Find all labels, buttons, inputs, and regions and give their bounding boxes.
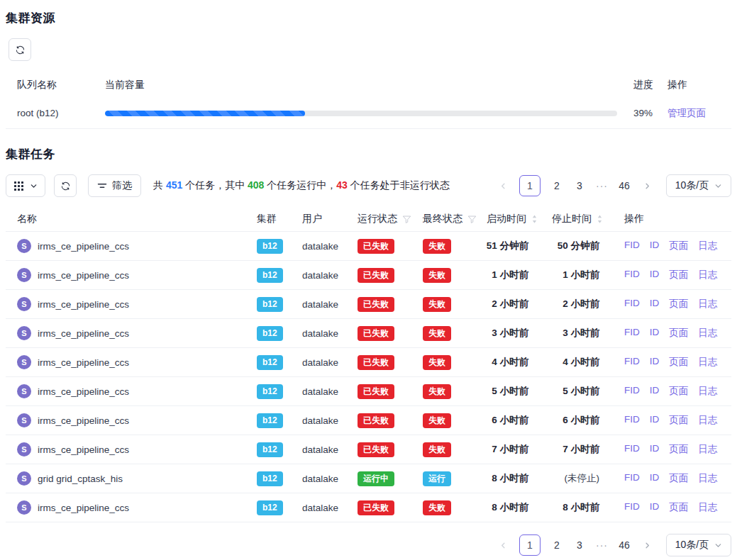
cluster-badge: b12 (257, 442, 283, 457)
id-link[interactable]: ID (650, 443, 660, 456)
summary-text: 共 (153, 179, 166, 191)
fid-link[interactable]: FID (624, 414, 640, 427)
prev-page-button[interactable] (497, 534, 509, 556)
stop-time: (未停止) (546, 472, 617, 485)
final-status-badge: 失败 (423, 297, 451, 312)
task-actions: FIDID页面日志 (617, 472, 731, 485)
avatar: S (17, 500, 31, 515)
fid-link[interactable]: FID (624, 385, 640, 398)
tasks-refresh-button[interactable] (54, 174, 77, 197)
log-link[interactable]: 日志 (698, 443, 717, 456)
page-link[interactable]: 页面 (669, 472, 688, 485)
page-link[interactable]: 页面 (669, 269, 688, 281)
log-link[interactable]: 日志 (698, 327, 717, 340)
summary-text: 个任务运行中， (264, 179, 336, 191)
resources-refresh-button[interactable] (9, 38, 31, 61)
page-button-46[interactable]: 46 (618, 534, 631, 556)
manage-page-link[interactable]: 管理页面 (667, 108, 706, 118)
queue-row: root (b12) 39% 管理页面 (6, 98, 731, 129)
log-link[interactable]: 日志 (698, 501, 717, 514)
page-link[interactable]: 页面 (669, 501, 688, 514)
log-link[interactable]: 日志 (698, 414, 717, 427)
page-button-3[interactable]: 3 (573, 534, 586, 556)
page-link[interactable]: 页面 (669, 327, 688, 340)
chevron-down-icon (30, 182, 38, 190)
next-page-button[interactable] (641, 175, 653, 196)
page-button-1[interactable]: 1 (519, 175, 541, 196)
final-status-badge: 运行 (423, 471, 451, 486)
id-link[interactable]: ID (650, 240, 660, 252)
fid-link[interactable]: FID (624, 443, 640, 456)
task-name: irms_ce_pipeline_ccs (38, 386, 129, 397)
task-row: S irms_ce_pipeline_ccs b12 datalake 已失败 … (6, 261, 731, 290)
id-link[interactable]: ID (650, 501, 660, 514)
fid-link[interactable]: FID (624, 472, 640, 485)
page-link[interactable]: 页面 (669, 414, 688, 427)
final-status-badge: 失败 (423, 326, 451, 341)
pagination: 123···46 10条/页 (497, 534, 731, 556)
prev-page-button[interactable] (497, 175, 509, 196)
next-page-button[interactable] (641, 534, 653, 556)
filter-funnel-icon[interactable] (467, 215, 477, 224)
start-time: 51 分钟前 (481, 240, 546, 252)
pagination-top: 123···46 10条/页 (497, 174, 731, 197)
page-link[interactable]: 页面 (669, 240, 688, 252)
col-start-time: 启动时间 (487, 213, 526, 225)
log-link[interactable]: 日志 (698, 356, 717, 369)
fid-link[interactable]: FID (624, 240, 640, 252)
capacity-progress-fill (105, 111, 305, 116)
id-link[interactable]: ID (650, 298, 660, 310)
run-status-badge: 已失败 (358, 500, 394, 515)
run-status-badge: 运行中 (358, 471, 394, 486)
id-link[interactable]: ID (650, 269, 660, 281)
task-name: irms_ce_pipeline_ccs (38, 415, 129, 426)
chevron-right-icon (643, 182, 651, 190)
id-link[interactable]: ID (650, 385, 660, 398)
start-time: 8 小时前 (481, 472, 546, 485)
page-size-select[interactable]: 10条/页 (666, 174, 731, 197)
sort-icon[interactable] (531, 213, 538, 225)
final-status-badge: 失败 (423, 355, 451, 370)
page-button-2[interactable]: 2 (550, 534, 563, 556)
page-link[interactable]: 页面 (669, 385, 688, 398)
page-button-3[interactable]: 3 (573, 175, 586, 196)
task-row: S irms_ce_pipeline_ccs b12 datalake 已失败 … (6, 290, 731, 319)
fid-link[interactable]: FID (624, 298, 640, 310)
page-button-2[interactable]: 2 (550, 175, 563, 196)
run-status-badge: 已失败 (358, 239, 394, 254)
resources-title: 集群资源 (6, 10, 731, 26)
page-link[interactable]: 页面 (669, 298, 688, 310)
page-button-46[interactable]: 46 (618, 175, 631, 196)
page: 集群资源 队列名称 当前容量 进度 操作 root (b12) 39% 管理页面… (0, 0, 737, 556)
log-link[interactable]: 日志 (698, 240, 717, 252)
task-user: datalake (297, 415, 352, 426)
page-size-select[interactable]: 10条/页 (666, 534, 731, 556)
log-link[interactable]: 日志 (698, 385, 717, 398)
fid-link[interactable]: FID (624, 501, 640, 514)
page-button-1[interactable]: 1 (519, 534, 541, 556)
filter-button[interactable]: 筛选 (88, 174, 141, 197)
cluster-badge: b12 (257, 268, 283, 283)
filter-funnel-icon[interactable] (402, 215, 411, 224)
chevron-left-icon (499, 182, 507, 190)
fid-link[interactable]: FID (624, 327, 640, 340)
log-link[interactable]: 日志 (698, 269, 717, 281)
log-link[interactable]: 日志 (698, 298, 717, 310)
id-link[interactable]: ID (650, 414, 660, 427)
log-link[interactable]: 日志 (698, 472, 717, 485)
fid-link[interactable]: FID (624, 269, 640, 281)
id-link[interactable]: ID (650, 356, 660, 369)
page-link[interactable]: 页面 (669, 443, 688, 456)
progress-value: 39% (618, 108, 662, 118)
id-link[interactable]: ID (650, 472, 660, 485)
page-link[interactable]: 页面 (669, 356, 688, 369)
task-row: S irms_ce_pipeline_ccs b12 datalake 已失败 … (6, 406, 731, 435)
sort-icon[interactable] (597, 213, 603, 225)
fid-link[interactable]: FID (624, 356, 640, 369)
page-size-value: 10条/页 (675, 179, 709, 192)
task-user: datalake (297, 386, 352, 397)
resources-table: 队列名称 当前容量 进度 操作 root (b12) 39% 管理页面 (6, 72, 731, 129)
pagination-ellipsis: ··· (596, 539, 608, 551)
id-link[interactable]: ID (650, 327, 660, 340)
view-switch-button[interactable] (6, 174, 45, 197)
